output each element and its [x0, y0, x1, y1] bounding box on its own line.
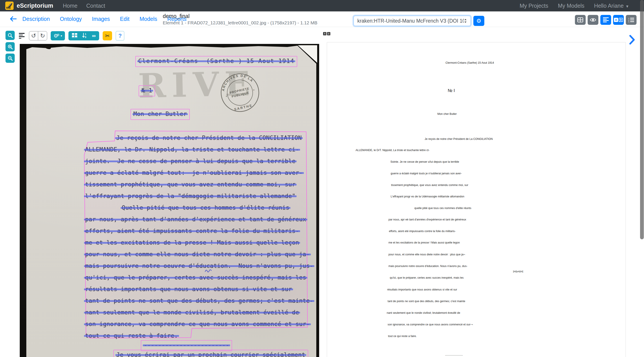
transcription-line[interactable]: [mi]um[mi]: [513, 270, 523, 273]
transcription-line[interactable]: tout ce qui reste a faire.: [388, 334, 417, 338]
scissors-icon: ✂: [105, 33, 110, 39]
line-order-button[interactable]: 1 9: [82, 33, 87, 39]
document-line[interactable]: par nous, après tant d'années d'expérien…: [85, 216, 306, 223]
redo-button[interactable]: ↻: [38, 31, 47, 40]
tab-models[interactable]: Models: [140, 16, 157, 22]
undo-button[interactable]: ↺: [29, 31, 38, 40]
transcription-line[interactable]: Mon cher Butler: [438, 112, 457, 116]
cut-tool-button[interactable]: ✂: [103, 31, 112, 40]
gear-icon: ⚙: [476, 18, 481, 24]
transcription-line[interactable]: son ignorance, va comprendre ce que nous…: [388, 323, 473, 326]
help-button[interactable]: ?: [116, 31, 124, 41]
regions-button[interactable]: [72, 33, 77, 39]
document-line[interactable]: guerre a éclaté malgré tout: je n'oublie…: [85, 169, 303, 176]
brand-title[interactable]: eScriptorium: [17, 3, 53, 9]
transcription-line[interactable]: quelle pitié que tous ces nommes d'elite…: [414, 207, 471, 210]
model-settings-button[interactable]: ⚙: [473, 16, 484, 26]
document-line[interactable]: efforts, aient été impuissants contre la…: [85, 227, 299, 234]
user-menu[interactable]: Hello Ariane▼: [594, 3, 629, 9]
transcription-line[interactable]: ---------------------------: [445, 354, 463, 356]
transcription-line[interactable]: Sointe. Je ne cesse de penser a'lui depu…: [390, 160, 459, 163]
document-line[interactable]: mais poursuivre notre oeuvre d'éducation…: [85, 262, 313, 269]
segmentation-panel-button[interactable]: [600, 15, 611, 25]
document-line[interactable]: ALLEMANDE, le Dr. Nippold, la triste et …: [85, 146, 299, 153]
tab-ontology[interactable]: Ontology: [60, 16, 82, 22]
expand-panel-chevron[interactable]: [629, 35, 635, 46]
document-line[interactable]: tissement prophétique, que vous avez ent…: [85, 181, 296, 188]
page-scrollbar[interactable]: [640, 0, 644, 239]
svg-text:1: 1: [85, 33, 86, 35]
zoom-out-button[interactable]: [6, 54, 15, 63]
back-arrow-button[interactable]: [10, 16, 18, 23]
transcription-line[interactable]: mais poursuivre notre oouvre d'éducation…: [388, 265, 468, 268]
line-menu-icon[interactable]: [19, 33, 24, 39]
transcription-line[interactable]: tissement prophétique, que vous avez ent…: [391, 184, 468, 187]
select-arrows-icon: [464, 19, 467, 23]
document-line[interactable]: № 1: [139, 85, 155, 96]
document-line[interactable]: tant de points ne sont que des débuts, d…: [85, 297, 313, 304]
nav-my-projects[interactable]: My Projects: [520, 3, 548, 9]
transcription-line[interactable]: L'effrayant progr es de la Udémasogie mi…: [391, 195, 464, 198]
nav-contact[interactable]: Contact: [86, 3, 105, 9]
transcription-line[interactable]: tant de points ne sont que des débuts, d…: [388, 300, 465, 303]
document-line[interactable]: Mon cher Butler: [130, 109, 190, 120]
transcription-line[interactable]: guerre a éclaté malgré touts je n'oublie…: [391, 172, 462, 175]
magnifier-button[interactable]: [6, 31, 15, 40]
document-line[interactable]: tout ce qui reste à faire.: [85, 332, 178, 339]
eye-icon: [590, 18, 596, 22]
transcription-line[interactable]: Je reçois de notre cher Président de La …: [425, 137, 493, 141]
grid-icon: [577, 17, 583, 23]
transcription-line[interactable]: Clermont-Créans (Sarthe) 15 Aout 1914: [446, 61, 494, 64]
align-lines-icon: [603, 17, 609, 23]
line-order-panel-button[interactable]: 1 2 3: [626, 15, 636, 25]
document-line[interactable]: Quelle pitié que tous ces hommes d'élite…: [122, 204, 289, 211]
document-line[interactable]: qu'ici, que le préparer, certes avec suc…: [85, 274, 306, 281]
panel-toggle-buttons: A 文 1 2 3: [575, 15, 636, 25]
undo-redo-group: ↺ ↻: [29, 31, 47, 40]
transcription-line[interactable]: № I: [448, 88, 455, 93]
mask-toggle-button[interactable]: ∞: [92, 33, 96, 39]
document-line[interactable]: Je vous écrirai par un prochain courrier…: [114, 350, 308, 357]
transcription-line[interactable]: par nous, apr eè tant d'années d'expérie…: [388, 218, 466, 221]
question-icon: ?: [118, 33, 122, 39]
document-tabs: Description Ontology Images Edit Models …: [22, 12, 186, 26]
ocr-model-select[interactable]: kraken:HTR-United-Manu McFrench V3 (DOI …: [354, 16, 471, 26]
document-line[interactable]: l'effrayant progrès de la "démagogie mil…: [85, 193, 296, 200]
svg-text:9: 9: [85, 36, 86, 38]
transcription-line[interactable]: nant seulement que le nonde civilisé; br…: [387, 311, 460, 314]
tab-edit[interactable]: Edit: [120, 16, 130, 22]
svg-text:SARTHE: SARTHE: [234, 103, 253, 111]
metadata-panel-button[interactable]: [575, 15, 586, 25]
source-image-panel-button[interactable]: [588, 15, 598, 25]
document-line[interactable]: nant seulement que le monde civilisé, br…: [85, 309, 299, 316]
settings-dropdown-button[interactable]: ⚙⚙ ▾: [51, 31, 65, 40]
transcription-panel[interactable]: Clermont-Créans (Sarthe) 15 Aout 1914№ I…: [327, 42, 626, 357]
translate-icon: A: [323, 32, 326, 35]
document-image-panel[interactable]: RIVE ARCHIVES DE LA SARTHE PROPRIETE PUB…: [20, 44, 319, 357]
transcription-panel-button[interactable]: A 文: [613, 15, 624, 25]
transcription-line[interactable]: pour nous, et comme elle nous diete notr…: [388, 253, 465, 256]
document-line[interactable]: Clermont-Créans (Sarthe ) 15 Aout 1914: [135, 56, 297, 67]
transcription-line[interactable]: résultats importants que nous avons obte…: [387, 288, 457, 291]
transcription-line[interactable]: ALLEMANDE, le DrT. Nippold, La triste et…: [356, 149, 430, 152]
document-line[interactable]: résultats importants que nous avons obte…: [85, 286, 292, 293]
document-line[interactable]: pour nous, et comme elle nous dicte notr…: [85, 251, 310, 258]
tab-description[interactable]: Description: [22, 16, 50, 22]
element-subtitle: Element 1 - FRAD072_12J381_lettre0001_00…: [163, 20, 318, 26]
escriptorium-logo-icon[interactable]: eS: [5, 2, 14, 10]
zoom-in-button[interactable]: [6, 42, 15, 51]
document-line[interactable]: ------------------------: [141, 340, 232, 351]
transcription-line[interactable]: qu'ici, que le préparer, certes avec suc…: [390, 276, 464, 279]
document-line[interactable]: Je reçois de notre cher Président de la …: [116, 134, 302, 141]
document-line[interactable]: me et les excitations de la presse ! Mai…: [85, 239, 299, 246]
document-line[interactable]: son ignorance, va comprendre ce que nous…: [85, 320, 310, 327]
nav-home[interactable]: Home: [63, 3, 78, 9]
tab-images[interactable]: Images: [92, 16, 110, 22]
transcription-line[interactable]: me et les excitations de la presse ! Mai…: [388, 241, 460, 244]
transcription-panel-tag: A 文: [323, 32, 330, 35]
document-line[interactable]: jointe. Je ne cesse de penser à lui depu…: [85, 158, 296, 165]
transcription-line[interactable]: efforts, aiont eté impuissants contre la…: [389, 230, 456, 233]
chevron-down-icon: ▼: [625, 5, 629, 9]
nav-my-models[interactable]: My Models: [558, 3, 584, 9]
page-title: demo_final: [163, 13, 318, 19]
